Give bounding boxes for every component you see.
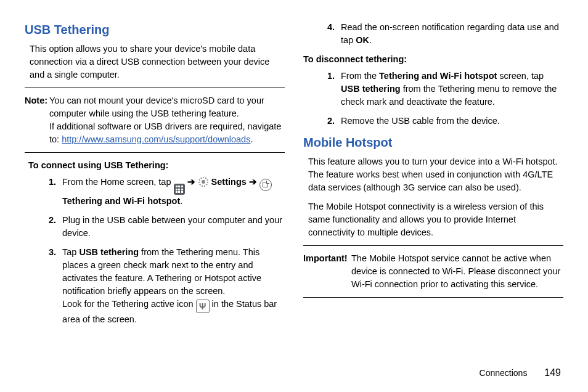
step1-tethering: Tethering and Wi-Fi hotspot <box>62 196 180 206</box>
apps-grid-icon <box>174 184 185 195</box>
step-4: Read the on-screen notification regardin… <box>337 21 563 47</box>
heading-mobile-hotspot: Mobile Hotspot <box>303 134 563 152</box>
note-line2b: . <box>250 134 253 144</box>
step3-b: USB tethering <box>79 247 139 257</box>
intro-usb: This option allows you to share your dev… <box>30 43 285 81</box>
connect-steps-cont: Read the on-screen notification regardin… <box>303 21 563 47</box>
usb-active-icon: Ψ <box>196 300 210 313</box>
rule-top-important <box>303 245 563 246</box>
step-1: From the Home screen, tap ➔ Settings ➔ T… <box>59 176 285 208</box>
rule-bottom-note <box>25 152 285 153</box>
important-label: Important! <box>303 253 348 263</box>
subhead-connect: To connect using USB Tethering: <box>28 159 285 172</box>
right-column: Read the on-screen notification regardin… <box>303 18 563 364</box>
connect-steps: From the Home screen, tap ➔ Settings ➔ T… <box>25 176 285 326</box>
d1-d: USB tethering <box>341 84 401 94</box>
step4-a: Read the on-screen notification regardin… <box>341 22 559 45</box>
note-block: Note: You can not mount your device's mi… <box>25 93 285 147</box>
step4-b: OK <box>356 35 369 45</box>
dstep-2: Remove the USB cable from the device. <box>337 115 563 128</box>
svg-point-1 <box>202 180 205 184</box>
page-footer: Connections 149 <box>480 367 561 378</box>
important-body: The Mobile Hotspot service cannot be act… <box>351 252 563 291</box>
d1-b: Tethering and Wi-Fi hotspot <box>379 71 497 81</box>
note-body: You can not mount your device's microSD … <box>49 94 285 146</box>
subhead-disconnect: To disconnect tethering: <box>303 53 563 66</box>
step1-settings: Settings <box>211 177 249 187</box>
rule-bottom-important <box>303 297 563 298</box>
dstep-1: From the Tethering and Wi-Fi hotspot scr… <box>337 70 563 108</box>
disconnect-steps: From the Tethering and Wi-Fi hotspot scr… <box>303 70 563 128</box>
hotspot-p2: The Mobile Hotspot connectivity is a wir… <box>308 200 563 239</box>
footer-section: Connections <box>480 368 528 378</box>
arrow-icon-1: ➔ <box>187 177 195 187</box>
step1-d: . <box>180 196 182 206</box>
page-columns: USB Tethering This option allows you to … <box>0 0 588 370</box>
download-link[interactable]: http://www.samsung.com/us/support/downlo… <box>62 134 250 144</box>
step1-a: From the Home screen, tap <box>62 177 174 187</box>
hotspot-p1: This feature allows you to turn your dev… <box>308 155 563 194</box>
step-3: Tap USB tethering from the Tethering men… <box>59 246 285 326</box>
note-label: Note: <box>25 96 47 105</box>
step3-d: Look for the Tethering active icon <box>62 299 196 309</box>
d1-a: From the <box>341 71 379 81</box>
heading-usb-tethering: USB Tethering <box>25 21 285 39</box>
left-column: USB Tethering This option allows you to … <box>25 18 285 364</box>
settings-gear-icon <box>198 176 209 187</box>
arrow-icon-2: ➔ <box>249 177 257 187</box>
step4-c: . <box>369 35 372 45</box>
tethering-icon <box>259 179 272 191</box>
footer-page-number: 149 <box>544 367 561 378</box>
rule-top-note <box>25 88 285 88</box>
step-2: Plug in the USB cable between your compu… <box>59 214 285 240</box>
step3-a: Tap <box>62 247 79 257</box>
d1-c: screen, tap <box>497 71 544 81</box>
note-line1: You can not mount your device's microSD … <box>49 96 264 118</box>
important-block: Important! The Mobile Hotspot service ca… <box>303 251 563 292</box>
